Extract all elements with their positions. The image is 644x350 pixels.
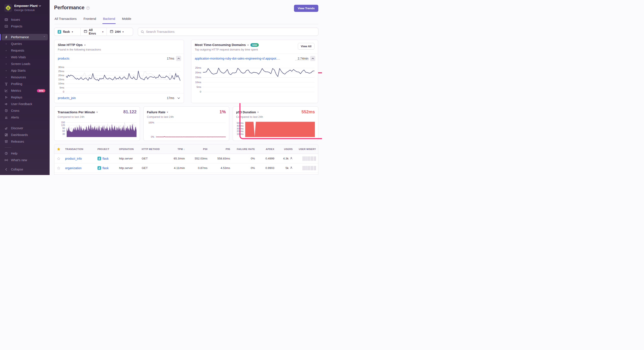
transactions-table: TRANSACTIONPROJECTOPERATIONHTTP METHODTP…: [54, 144, 318, 175]
sidebar-item-app-starts[interactable]: App Starts: [2, 67, 48, 74]
transaction-link[interactable]: products_join: [58, 96, 76, 100]
project-link[interactable]: flask: [102, 166, 109, 170]
project-filter[interactable]: flask▾: [54, 28, 80, 36]
http-method-cell: GET: [140, 157, 164, 160]
search-input[interactable]: [146, 30, 315, 34]
help-icon[interactable]: ?: [86, 6, 90, 10]
column-header-apdex[interactable]: APDEX: [257, 148, 276, 150]
column-header-project[interactable]: PROJECT: [95, 148, 117, 150]
sidebar-item-dashboards[interactable]: Dashboards: [2, 132, 48, 138]
org-switcher[interactable]: Empower Plant George Gritsouk: [0, 3, 50, 15]
column-header-operation[interactable]: OPERATION: [117, 148, 140, 150]
users-cell: 5k: [276, 166, 295, 170]
p50-cell: 552.03ms: [187, 157, 210, 160]
feedback-icon: [4, 102, 8, 106]
sidebar-item-what-s-new[interactable]: What's new: [2, 157, 48, 163]
sidebar-item-discover[interactable]: Discover: [2, 125, 48, 131]
column-header-p95[interactable]: P95: [210, 148, 232, 150]
project-link[interactable]: flask: [102, 157, 109, 160]
collapse-row-button[interactable]: [176, 56, 181, 61]
slow-http-ops-subtitle: Found in the following transactions: [58, 48, 180, 51]
sidebar-item-profiling[interactable]: Profiling: [2, 81, 48, 87]
sidebar-item-requests[interactable]: Requests: [2, 47, 48, 54]
transaction-link[interactable]: organization: [65, 166, 82, 170]
metrics-icon: [4, 89, 8, 92]
apdex-cell: 0.9903: [257, 166, 276, 170]
column-header-tpm[interactable]: TPM↓: [164, 148, 187, 151]
column-header-users[interactable]: USERS: [276, 148, 295, 150]
most-time-consuming-domains-panel: Most Time-Consuming Domains▾new Top outg…: [191, 40, 318, 103]
chevron-down-icon: ▾: [84, 44, 86, 46]
sidebar-item-web-vitals[interactable]: Web Vitals: [2, 54, 48, 61]
column-header-failure-rate[interactable]: FAILURE RATE: [232, 148, 257, 150]
slow-http-ops-title[interactable]: Slow HTTP Ops▾: [58, 43, 180, 47]
view-trends-button[interactable]: View Trends: [294, 5, 318, 12]
sidebar-item-queries[interactable]: Queries: [2, 41, 48, 47]
sidebar-item-alerts[interactable]: Alerts: [2, 114, 48, 121]
star-column-header[interactable]: [54, 147, 63, 151]
tab-frontend[interactable]: Frontend: [83, 17, 96, 24]
view-all-button[interactable]: View All: [298, 43, 314, 50]
sidebar-item-replays[interactable]: Replays: [2, 94, 48, 101]
products-chart: 30ms25ms20ms15ms10ms5ms0: [56, 65, 180, 92]
column-header-user-misery[interactable]: USER MISERY: [295, 148, 318, 150]
failure-rate-panel: Failure Rate▾ 1% Compared to last 24h 10…: [144, 106, 229, 141]
chevron-down-icon: ▾: [96, 111, 98, 113]
sidebar-item-resources[interactable]: Resources: [2, 74, 48, 81]
failure-rate-title[interactable]: Failure Rate▾: [147, 110, 168, 114]
sidebar-item-help[interactable]: Help: [2, 150, 48, 157]
star-toggle[interactable]: [56, 157, 61, 160]
tab-all-transactions[interactable]: All Transactions: [54, 17, 77, 24]
transaction-link[interactable]: products: [58, 57, 70, 60]
sidebar-item-projects[interactable]: Projects: [2, 23, 48, 30]
tpm-title[interactable]: Transactions Per Minute▾: [58, 110, 98, 114]
failure-rate-cell: 0%: [232, 166, 257, 170]
accordion-row-products-join: products_join 17ms: [54, 93, 184, 103]
search-transactions[interactable]: [138, 28, 318, 36]
sidebar-item-user-feedback[interactable]: User Feedback: [2, 101, 48, 107]
domains-chart: 25ms20ms15ms10ms5ms0: [193, 65, 314, 92]
sidebar-item-performance[interactable]: Performance⌃: [2, 34, 48, 40]
calendar-icon: [110, 30, 113, 34]
sidebar-item-crons[interactable]: Crons: [2, 108, 48, 114]
column-header-http-method[interactable]: HTTP METHOD: [140, 148, 164, 150]
sidebar-collapse[interactable]: Collapse: [2, 166, 48, 173]
p50-title[interactable]: p50 Duration▾: [236, 110, 258, 114]
http-method-cell: GET: [140, 166, 164, 170]
apdex-cell: 0.4999: [257, 157, 276, 160]
chevron-up-icon: ⌃: [43, 36, 45, 39]
column-header-p50[interactable]: P50: [187, 148, 210, 150]
sidebar-item-screen-loads[interactable]: Screen Loads: [2, 61, 48, 67]
transaction-link[interactable]: product_info: [65, 157, 82, 160]
domain-link[interactable]: application-monitoring-ruby-dot-sales-en…: [195, 57, 281, 60]
beta-badge: beta: [37, 89, 45, 92]
column-header-transaction[interactable]: TRANSACTION: [63, 148, 95, 150]
star-toggle[interactable]: [56, 166, 61, 170]
sidebar-item-metrics[interactable]: Metricsbeta: [2, 87, 48, 94]
time-range-filter[interactable]: 24H▾: [106, 28, 133, 36]
page-filter-bar: flask▾ All Envs▾ 24H▾: [54, 28, 133, 36]
domains-title[interactable]: Most Time-Consuming Domains▾new: [195, 43, 298, 47]
environment-filter[interactable]: All Envs▾: [80, 28, 107, 36]
tab-backend[interactable]: Backend: [102, 17, 116, 24]
expand-row-button[interactable]: [176, 95, 181, 101]
sort-desc-icon: ↓: [184, 148, 185, 151]
domains-subtitle: Top outgoing HTTP request domains by tim…: [195, 48, 298, 51]
user-misery-score: [297, 156, 316, 161]
sidebar-item-releases[interactable]: Releases: [2, 138, 48, 145]
users-cell: 4.3k: [276, 157, 295, 160]
user-misery-score: [297, 166, 316, 170]
org-name: Empower Plant: [14, 4, 38, 8]
performance-tabs: All TransactionsFrontendBackendMobile: [54, 17, 318, 24]
app-root: Empower Plant George Gritsouk IssuesProj…: [0, 0, 322, 175]
filter-bar: flask▾ All Envs▾ 24H▾: [54, 28, 318, 36]
page-title: Performance ?: [54, 5, 90, 11]
collapse-row-button[interactable]: [310, 56, 315, 61]
sidebar-item-issues[interactable]: Issues: [2, 17, 48, 23]
bullet-icon: [6, 70, 6, 71]
help-icon: [4, 152, 8, 155]
time-spent-value[interactable]: 2.74min: [295, 57, 308, 61]
performance-icon: [4, 35, 8, 39]
chevron-down-icon: ▾: [167, 111, 168, 113]
tab-mobile[interactable]: Mobile: [122, 17, 132, 24]
